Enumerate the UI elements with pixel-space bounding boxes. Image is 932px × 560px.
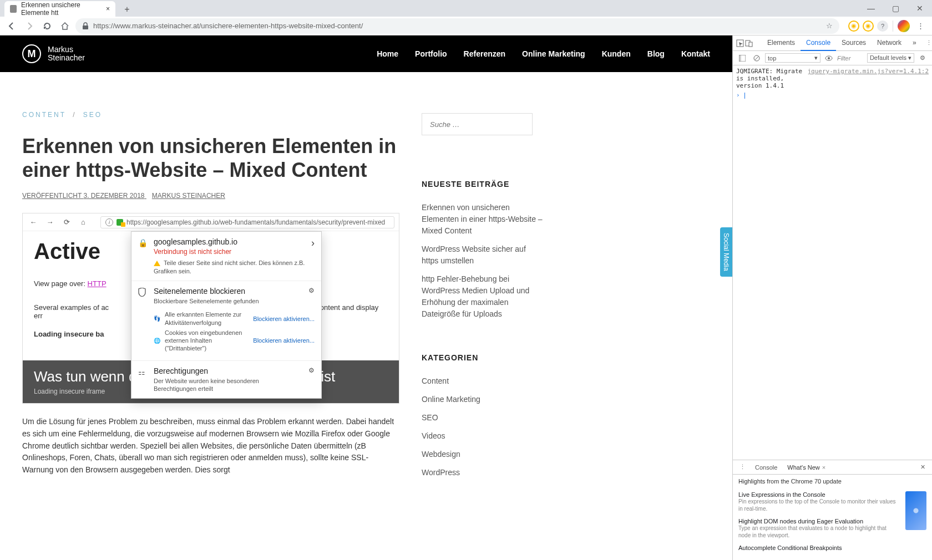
article-author[interactable]: MARKUS STEINACHER	[152, 192, 225, 200]
recent-post-link[interactable]: Erkennen von unsicheren Elementen in ein…	[422, 202, 544, 237]
console-prompt[interactable]: ›	[736, 91, 929, 99]
nav-kontakt[interactable]: Kontakt	[681, 49, 710, 58]
devtools-tabs-overflow[interactable]: »	[907, 35, 922, 51]
devtools-tab-console[interactable]: Console	[801, 35, 836, 51]
console-filter[interactable]: Filter	[837, 55, 865, 62]
maximize-button[interactable]: ▢	[883, 0, 908, 17]
logo-icon: M	[22, 44, 41, 63]
drawer-menu-icon[interactable]: ⋮	[736, 461, 748, 474]
embed-url-text: https://googlesamples.github.io/web-fund…	[126, 218, 385, 226]
embedded-screenshot: ← → ⟳ ⌂ i https://googlesamples.github.i…	[22, 213, 399, 404]
nav-online-marketing[interactable]: Online Marketing	[522, 49, 585, 58]
nav-portfolio[interactable]: Portfolio	[415, 49, 447, 58]
category-link[interactable]: SEO	[422, 412, 544, 424]
console-message-source[interactable]: jquery-migrate.min.js?ver=1.4.1:2	[807, 68, 929, 89]
search-box[interactable]	[422, 113, 533, 135]
sidebar-heading-categories: KATEGORIEN	[422, 353, 544, 362]
extension-icon-3[interactable]: ?	[877, 21, 888, 32]
crumb-seo[interactable]: SEO	[83, 111, 102, 119]
activate-link-2: Blockieren aktivieren...	[253, 337, 315, 344]
devtools-tab-elements[interactable]: Elements	[762, 35, 801, 51]
warning-icon	[154, 261, 160, 266]
popup-insecure-text: Verbindung ist nicht sicher	[154, 248, 306, 256]
url-text: https://www.markus-steinacher.at/unsiche…	[93, 22, 822, 30]
activate-link-1: Blockieren aktivieren...	[253, 315, 315, 322]
extension-icon-1[interactable]: ◉	[848, 21, 859, 32]
drawer-close-icon[interactable]: ✕	[916, 461, 929, 474]
whatsnew-image	[905, 491, 926, 530]
recent-post-link[interactable]: WordPress Website sicher auf https umste…	[422, 243, 544, 267]
forward-button[interactable]	[22, 19, 37, 33]
breadcrumb: CONTENT / SEO	[22, 111, 399, 119]
devtools-tab-sources[interactable]: Sources	[836, 35, 872, 51]
social-media-tab[interactable]: Social Media	[720, 227, 732, 277]
console-message: JQMIGRATE: Migrate is installed, version…	[736, 68, 803, 89]
embed-reload-icon: ⟳	[60, 216, 73, 228]
log-levels-dropdown[interactable]: Default levels ▾	[867, 53, 914, 63]
cookie-icon: 🌐	[154, 338, 160, 344]
nav-kunden[interactable]: Kunden	[602, 49, 631, 58]
browser-tab[interactable]: Erkennen unsichere Elemente htt ×	[4, 1, 115, 17]
sidebar-heading-recent: NEUESTE BEITRÄGE	[422, 180, 544, 189]
site-header: M Markus Steinacher Home Portfolio Refer…	[0, 35, 732, 72]
embed-back-icon: ←	[27, 216, 39, 228]
crumb-content[interactable]: CONTENT	[22, 111, 66, 119]
svg-point-9	[828, 57, 830, 59]
browser-toolbar: https://www.markus-steinacher.at/unsiche…	[0, 17, 932, 35]
embed-forward-icon: →	[44, 216, 56, 228]
category-link[interactable]: Content	[422, 375, 544, 387]
category-link[interactable]: Online Marketing	[422, 394, 544, 405]
article-body: Um die Lösung für jenes Problem zu besch…	[22, 416, 399, 476]
article-meta: VERÖFFENTLICHT 3. DEZEMBER 2018 MARKUS S…	[22, 192, 399, 200]
whatsnew-heading: Highlights from the Chrome 70 update	[733, 475, 932, 488]
device-toggle-icon[interactable]	[745, 37, 753, 49]
page-viewport[interactable]: M Markus Steinacher Home Portfolio Refer…	[0, 35, 732, 560]
console-settings-icon[interactable]: ⚙	[916, 52, 929, 64]
security-popup: 🔒 googlesamples.github.io Verbindung ist…	[131, 231, 322, 399]
bookmark-icon[interactable]: ☆	[826, 22, 833, 30]
window-controls: — ▢ ✕	[859, 0, 932, 17]
minimize-button[interactable]: —	[859, 0, 883, 17]
clear-console-icon[interactable]	[751, 52, 763, 64]
profile-avatar[interactable]	[898, 20, 910, 32]
category-link[interactable]: Videos	[422, 430, 544, 442]
new-tab-button[interactable]: +	[120, 2, 134, 17]
devtools-menu-icon[interactable]: ⋮	[923, 37, 932, 49]
whatsnew-item-desc: Pin expressions to the top of the Consol…	[738, 498, 900, 512]
whatsnew-item-title[interactable]: Live Expressions in the Console	[738, 491, 900, 498]
site-nav: Home Portfolio Referenzen Online Marketi…	[377, 49, 710, 58]
whatsnew-item-title[interactable]: Autocomplete Conditional Breakpoints	[738, 544, 900, 551]
extension-icon-2[interactable]: ◉	[863, 21, 874, 32]
site-logo[interactable]: M Markus Steinacher	[22, 44, 85, 63]
category-link[interactable]: WordPress	[422, 467, 544, 478]
console-sidebar-icon[interactable]	[736, 52, 748, 64]
console-output[interactable]: JQMIGRATE: Migrate is installed, version…	[733, 65, 932, 460]
whatsnew-item-title[interactable]: Highlight DOM nodes during Eager Evaluat…	[738, 518, 900, 525]
article-date[interactable]: 3. DEZEMBER 2018	[83, 192, 144, 200]
close-icon[interactable]: ×	[822, 464, 825, 471]
home-button[interactable]	[58, 19, 72, 33]
article: CONTENT / SEO Erkennen von unsicheren El…	[22, 111, 399, 512]
live-expression-icon[interactable]	[823, 52, 835, 64]
address-bar[interactable]: https://www.markus-steinacher.at/unsiche…	[75, 18, 839, 34]
reload-button[interactable]	[40, 19, 54, 33]
recent-post-link[interactable]: http Fehler-Behebung bei WordPress Medie…	[422, 273, 544, 320]
menu-button[interactable]: ⋮	[913, 19, 928, 33]
brand-line1: Markus	[48, 45, 85, 54]
close-button[interactable]: ✕	[908, 0, 932, 17]
drawer-tab-whatsnew[interactable]: What's New×	[784, 462, 829, 473]
nav-blog[interactable]: Blog	[647, 49, 665, 58]
favicon-icon	[10, 5, 17, 13]
context-dropdown[interactable]: top ▾	[765, 53, 820, 63]
category-link[interactable]: Webdesign	[422, 449, 544, 460]
sidebar: NEUESTE BEITRÄGE Erkennen von unsicheren…	[422, 111, 544, 512]
drawer-tab-console[interactable]: Console	[752, 462, 781, 473]
devtools-tab-network[interactable]: Network	[872, 35, 907, 51]
tab-close-icon[interactable]: ×	[106, 5, 110, 13]
inspect-icon[interactable]	[736, 37, 744, 49]
search-input[interactable]	[430, 120, 524, 129]
nav-referenzen[interactable]: Referenzen	[464, 49, 505, 58]
nav-home[interactable]: Home	[377, 49, 398, 58]
back-button[interactable]	[4, 19, 19, 33]
whatsnew-item-desc: Type an expression that evaluates to a n…	[738, 525, 900, 539]
